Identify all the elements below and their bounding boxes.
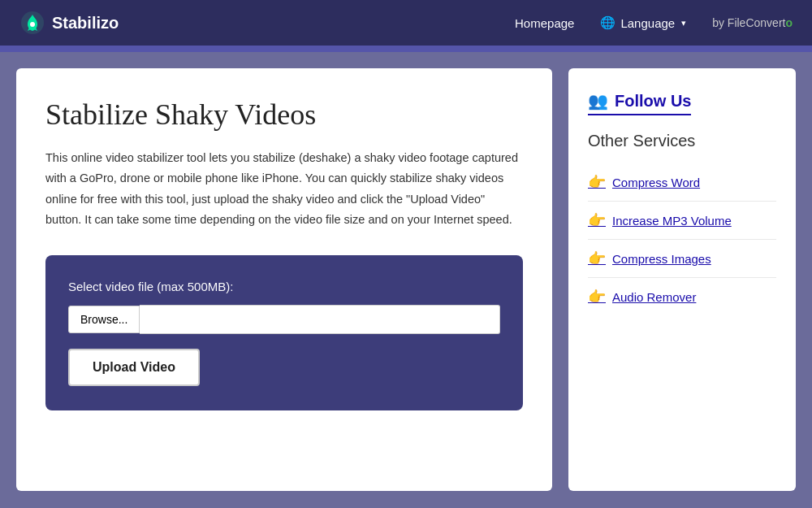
accent-bar bbox=[0, 46, 812, 52]
navbar: Stabilizo Homepage 🌐 Language ▾ by FileC… bbox=[0, 0, 812, 46]
upload-label: Select video file (max 500MB): bbox=[68, 280, 500, 293]
service-emoji-increase-mp3: 👉 bbox=[588, 211, 606, 229]
content-wrapper: Stabilize Shaky Videos This online video… bbox=[8, 68, 804, 491]
brand-highlight: o bbox=[785, 16, 793, 29]
service-label-audio-remover: Audio Remover bbox=[612, 290, 696, 304]
service-label-increase-mp3: Increase MP3 Volume bbox=[612, 214, 732, 228]
language-label: Language bbox=[620, 16, 675, 30]
follow-us-emoji: 👥 bbox=[588, 91, 608, 111]
other-services-title: Other Services bbox=[588, 132, 776, 150]
nav-homepage[interactable]: Homepage bbox=[515, 16, 574, 30]
file-name-input[interactable] bbox=[140, 305, 500, 334]
service-emoji-compress-word: 👉 bbox=[588, 173, 606, 191]
svg-point-1 bbox=[30, 22, 35, 27]
by-fileconverto: by FileConverto bbox=[712, 16, 793, 29]
follow-us-link[interactable]: 👥 Follow Us bbox=[588, 91, 691, 115]
follow-us-label: Follow Us bbox=[615, 92, 691, 111]
service-label-compress-images: Compress Images bbox=[612, 252, 711, 266]
upload-box: Select video file (max 500MB): Browse...… bbox=[45, 255, 523, 410]
nav-language[interactable]: 🌐 Language ▾ bbox=[600, 15, 686, 30]
right-panel: 👥 Follow Us Other Services 👉Compress Wor… bbox=[568, 68, 796, 491]
brand-logo[interactable]: Stabilizo bbox=[19, 10, 119, 36]
service-emoji-audio-remover: 👉 bbox=[588, 288, 606, 306]
left-panel: Stabilize Shaky Videos This online video… bbox=[16, 68, 552, 491]
file-input-row: Browse... bbox=[68, 305, 500, 334]
rocket-icon bbox=[19, 10, 45, 36]
chevron-down-icon: ▾ bbox=[681, 18, 686, 28]
service-link-increase-mp3[interactable]: 👉Increase MP3 Volume bbox=[588, 202, 776, 240]
services-list: 👉Compress Word👉Increase MP3 Volume👉Compr… bbox=[588, 163, 776, 315]
service-label-compress-word: Compress Word bbox=[612, 176, 700, 189]
page-title: Stabilize Shaky Videos bbox=[45, 98, 523, 132]
brand-name: Stabilizo bbox=[52, 14, 119, 33]
service-link-audio-remover[interactable]: 👉Audio Remover bbox=[588, 278, 776, 315]
globe-icon: 🌐 bbox=[600, 15, 615, 30]
upload-video-button[interactable]: Upload Video bbox=[68, 349, 200, 386]
service-emoji-compress-images: 👉 bbox=[588, 250, 606, 267]
service-link-compress-images[interactable]: 👉Compress Images bbox=[588, 240, 776, 278]
page-description: This online video stabilizer tool lets y… bbox=[45, 148, 523, 231]
nav-links: Homepage 🌐 Language ▾ bbox=[515, 15, 686, 30]
service-link-compress-word[interactable]: 👉Compress Word bbox=[588, 163, 776, 202]
browse-button[interactable]: Browse... bbox=[68, 306, 140, 333]
